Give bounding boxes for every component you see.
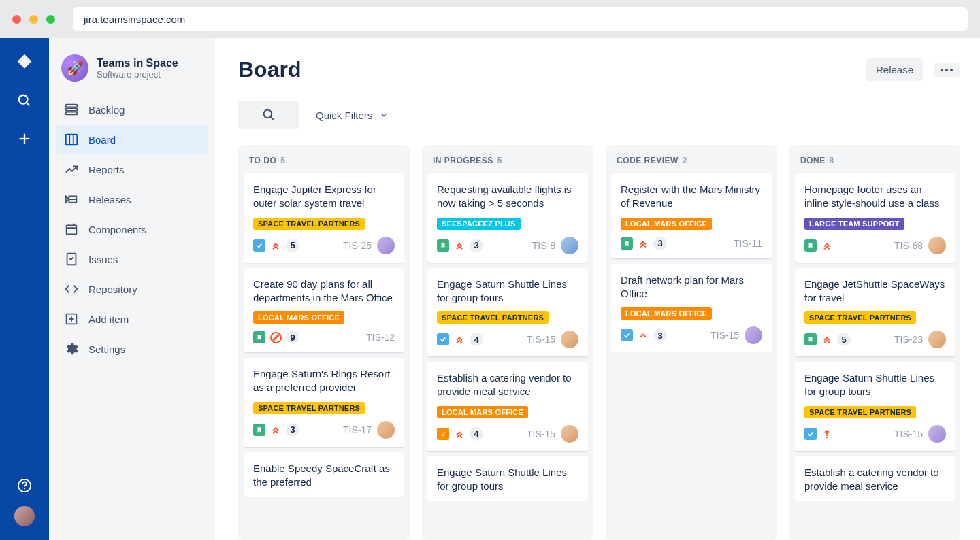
- issue-card[interactable]: Engage Saturn Shuttle Lines for group to…: [795, 362, 956, 451]
- card-tag: SPACE TRAVEL PARTNERS: [437, 311, 549, 324]
- url-text: jira.teamsinspace.com: [84, 14, 185, 25]
- issue-card[interactable]: Register with the Mars Ministry of Reven…: [611, 173, 772, 258]
- board-column: DONE 8 Homepage footer uses an inline st…: [789, 145, 960, 540]
- task-type-icon: [437, 333, 449, 345]
- issue-card[interactable]: Create 90 day plans for all departments …: [244, 268, 404, 353]
- issue-card[interactable]: Engage Jupiter Express for outer solar s…: [244, 173, 404, 263]
- card-footer-left: 3: [621, 237, 667, 250]
- help-icon[interactable]: [15, 476, 34, 495]
- issue-card[interactable]: Requesting available flights is now taki…: [427, 173, 588, 263]
- card-estimate: 3: [286, 423, 299, 437]
- column-cards: Homepage footer uses an inline style-sho…: [795, 173, 956, 501]
- window-close-icon[interactable]: [12, 15, 21, 24]
- issue-key: TIS-23: [894, 334, 923, 345]
- profile-avatar[interactable]: [14, 506, 35, 526]
- card-footer: 5 TIS-23: [804, 331, 946, 348]
- issue-card[interactable]: Establish a catering vendor to provide m…: [795, 456, 956, 502]
- jira-logo-icon[interactable]: [15, 53, 34, 72]
- more-actions-button[interactable]: [934, 63, 960, 77]
- column-cards: Engage Jupiter Express for outer solar s…: [244, 173, 404, 497]
- card-footer-right: TIS-68: [894, 237, 946, 254]
- project-subtitle: Software project: [97, 69, 178, 80]
- svg-rect-6: [66, 105, 78, 107]
- card-title: Create 90 day plans for all departments …: [253, 277, 395, 305]
- sidebar-item-releases[interactable]: Releases: [56, 185, 208, 214]
- issue-card[interactable]: Engage Saturn's Rings Resort as a prefer…: [244, 358, 404, 447]
- issue-card[interactable]: Draft network plan for Mars OfficeLOCAL …: [611, 264, 772, 353]
- svg-point-0: [19, 95, 28, 104]
- card-footer-left: 3: [437, 239, 483, 252]
- card-title: Engage Saturn Shuttle Lines for group to…: [437, 466, 578, 494]
- card-title: Register with the Mars Ministry of Reven…: [621, 183, 762, 211]
- card-footer-right: TIS-15: [527, 331, 578, 348]
- search-icon[interactable]: [15, 91, 34, 110]
- svg-line-21: [271, 117, 274, 120]
- card-estimate: 3: [653, 237, 667, 250]
- card-footer: 3 TIS-11: [621, 237, 762, 250]
- card-title: Requesting available flights is now taki…: [437, 183, 578, 211]
- column-count: 2: [683, 156, 687, 165]
- card-footer-left: 5: [804, 333, 851, 346]
- board-toolbar: Quick Filters: [238, 101, 960, 129]
- sidebar-item-backlog[interactable]: Backlog: [56, 95, 208, 124]
- create-icon[interactable]: [15, 129, 34, 148]
- issue-card[interactable]: Homepage footer uses an inline style-sho…: [795, 173, 956, 263]
- issue-card[interactable]: Enable Speedy SpaceCraft as the preferre…: [244, 452, 404, 498]
- sidebar-item-add[interactable]: Add item: [56, 305, 208, 333]
- priority-blocker-icon: [270, 331, 282, 343]
- nav-label: Board: [88, 134, 116, 146]
- card-title: Engage Saturn Shuttle Lines for group to…: [437, 277, 578, 305]
- assignee-avatar: [928, 331, 946, 348]
- issue-key: TIS-15: [527, 334, 555, 345]
- svg-line-1: [27, 103, 30, 106]
- card-estimate: 5: [286, 239, 299, 252]
- column-cards: Register with the Mars Ministry of Reven…: [611, 173, 772, 352]
- board-search[interactable]: [238, 101, 299, 129]
- ellipsis-icon: [941, 69, 943, 71]
- sidebar-item-reports[interactable]: Reports: [56, 155, 208, 184]
- column-header: CODE REVIEW 2: [611, 153, 772, 173]
- card-tag: SPACE TRAVEL PARTNERS: [804, 311, 916, 324]
- priority-highest-icon: [453, 333, 466, 345]
- sidebar-item-components[interactable]: Components: [56, 215, 208, 243]
- project-sidebar: 🚀 Teams in Space Software project Backlo…: [49, 38, 215, 540]
- quick-filters-dropdown[interactable]: Quick Filters: [316, 109, 389, 121]
- card-tag: SEESPACEEZ PLUS: [437, 218, 521, 230]
- issue-card[interactable]: Engage Saturn Shuttle Lines for group to…: [427, 456, 588, 502]
- issue-card[interactable]: Establish a catering vendor to provide m…: [427, 362, 588, 451]
- story-type-icon: [437, 239, 449, 252]
- page-title: Board: [238, 57, 301, 82]
- card-footer-right: TIS-8: [532, 237, 578, 254]
- card-tag: LARGE TEAM SUPPORT: [804, 218, 904, 230]
- svg-rect-7: [66, 108, 78, 111]
- story-type-icon: [253, 331, 265, 343]
- issue-key: TIS-68: [894, 240, 923, 251]
- sidebar-item-board[interactable]: Board: [56, 125, 208, 154]
- card-title: Engage Saturn's Rings Resort as a prefer…: [253, 367, 395, 395]
- issue-key: TIS-25: [343, 240, 372, 251]
- card-estimate: 5: [837, 333, 851, 346]
- window-minimize-icon[interactable]: [29, 15, 38, 24]
- card-title: Engage JetShuttle SpaceWays for travel: [804, 277, 946, 305]
- priority-highest-icon: [453, 428, 466, 440]
- issue-key: TIS-17: [343, 424, 372, 435]
- release-button[interactable]: Release: [866, 58, 923, 81]
- sidebar-item-repository[interactable]: Repository: [56, 275, 208, 303]
- column-header: DONE 8: [795, 153, 956, 173]
- sidebar-item-settings[interactable]: Settings: [56, 335, 208, 363]
- window-zoom-icon[interactable]: [46, 15, 55, 24]
- sidebar-item-issues[interactable]: Issues: [56, 245, 208, 273]
- issue-card[interactable]: Engage Saturn Shuttle Lines for group to…: [427, 268, 588, 357]
- board-column: CODE REVIEW 2 Register with the Mars Min…: [606, 145, 777, 540]
- issue-card[interactable]: Engage JetShuttle SpaceWays for travelSP…: [795, 268, 956, 357]
- task-type-icon: [253, 239, 265, 252]
- url-bar[interactable]: jira.teamsinspace.com: [73, 7, 968, 31]
- priority-highest-icon: [453, 239, 466, 252]
- svg-point-20: [264, 110, 272, 118]
- column-count: 5: [497, 156, 502, 165]
- nav-label: Reports: [88, 164, 125, 175]
- card-estimate: 4: [470, 427, 483, 441]
- card-tag: LOCAL MARS OFFICE: [621, 307, 712, 320]
- project-header[interactable]: 🚀 Teams in Space Software project: [56, 54, 208, 95]
- nav-label: Backlog: [88, 104, 125, 116]
